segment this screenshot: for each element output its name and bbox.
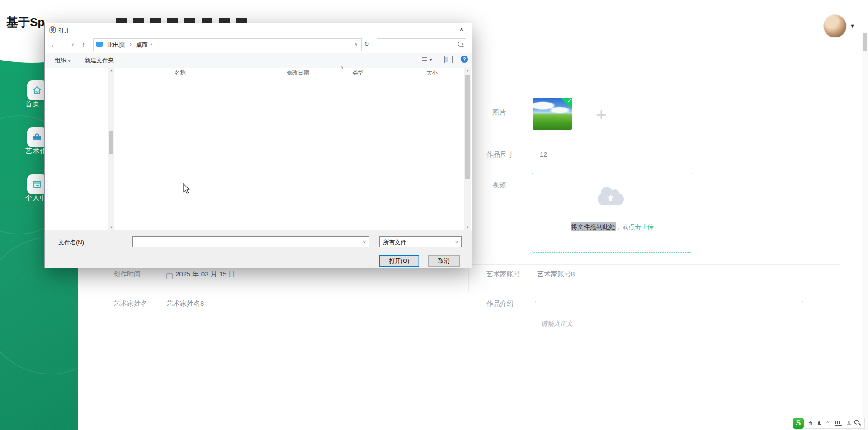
uploaded-image-thumbnail[interactable]: ✓ xyxy=(533,98,572,130)
dialog-titlebar[interactable]: 打开 × xyxy=(45,23,472,37)
new-folder-button[interactable]: 新建文件夹 xyxy=(85,56,114,65)
filetype-caret-icon: ∨ xyxy=(455,240,458,244)
screen: 基于Sp ▼ 首页 艺术作品 个人中心 xyxy=(0,0,868,430)
wrench-icon[interactable] xyxy=(856,421,861,425)
close-button[interactable]: × xyxy=(457,25,466,33)
sort-caret-icon: ∨ xyxy=(341,65,344,70)
add-image-button[interactable]: + xyxy=(590,104,612,126)
ime-punctuation-toggle[interactable]: °, xyxy=(826,420,830,427)
search-icon xyxy=(458,42,463,47)
page-title: 基于Sp xyxy=(6,14,45,30)
back-button[interactable]: ← xyxy=(51,41,57,48)
column-header-name[interactable]: 名称 xyxy=(175,69,186,77)
upload-arrow-stem xyxy=(609,197,612,201)
artist-name-label: 艺术家姓名 xyxy=(113,299,147,308)
avatar-caret-icon[interactable]: ▼ xyxy=(850,23,855,28)
chrome-icon xyxy=(49,26,56,33)
dialog-title: 打开 xyxy=(59,27,70,34)
filename-label: 文件名(N): xyxy=(58,238,86,247)
change-view-button[interactable] xyxy=(421,56,429,63)
editor-toolbar xyxy=(535,301,803,314)
filetype-value: 所有文件 xyxy=(383,238,406,247)
upload-sep-text: ，或 xyxy=(616,223,628,230)
dialog-command-bar: 组织 ▾ 新建文件夹 ▾ ? xyxy=(45,53,472,68)
video-upload-dropzone[interactable] xyxy=(532,173,693,253)
editor-placeholder[interactable]: 请输入正文 xyxy=(535,314,803,333)
dialog-footer: 文件名(N): ∨ 所有文件 ∨ 打开(O) 取消 xyxy=(45,230,472,268)
filename-input[interactable] xyxy=(132,236,369,247)
calendar-icon xyxy=(166,273,173,279)
cancel-button[interactable]: 取消 xyxy=(428,255,460,267)
intro-label: 作品介绍 xyxy=(486,299,514,308)
upload-click-link[interactable]: 点击上传 xyxy=(628,223,654,230)
person-icon[interactable] xyxy=(846,421,852,426)
column-divider xyxy=(349,68,349,76)
upload-hint: 将文件拖到此处，或点击上传 xyxy=(532,223,693,231)
address-caret-icon[interactable]: ∨ xyxy=(354,42,358,47)
folder-tree xyxy=(48,68,109,230)
occluded-title-fragment xyxy=(116,18,251,23)
artist-account-value: 艺术家账号8 xyxy=(537,270,575,279)
views-caret-icon[interactable]: ▾ xyxy=(430,58,432,62)
image-label: 图片 xyxy=(492,108,506,117)
upload-drag-text: 将文件拖到此处 xyxy=(571,222,616,231)
filename-caret-icon[interactable]: ∨ xyxy=(363,239,366,244)
search-box[interactable] xyxy=(377,38,466,50)
page-scrollbar[interactable] xyxy=(862,32,868,430)
page-scrollbar-thumb[interactable] xyxy=(863,33,867,51)
tree-scrollbar[interactable]: ∧ ∨ xyxy=(108,68,114,230)
create-time-label: 创作时间 xyxy=(113,270,141,279)
sogou-logo-icon[interactable]: S xyxy=(793,418,804,429)
row-divider xyxy=(95,292,840,292)
help-icon[interactable]: ? xyxy=(461,56,468,63)
column-header-date[interactable]: 修改日期 xyxy=(287,69,309,77)
column-divider xyxy=(283,68,283,76)
column-header-type[interactable]: 类型 xyxy=(352,69,363,77)
list-scroll-up-icon[interactable]: ∧ xyxy=(464,69,471,73)
open-button[interactable]: 打开(O) xyxy=(379,255,419,267)
tree-scrollbar-thumb[interactable] xyxy=(109,131,113,154)
refresh-button[interactable]: ↻ xyxy=(364,40,369,47)
breadcrumb-desktop[interactable]: 桌面 xyxy=(136,41,148,49)
size-label: 作品尺寸 xyxy=(486,150,514,159)
avatar[interactable] xyxy=(824,15,846,37)
column-divider xyxy=(438,68,438,76)
check-icon: ✓ xyxy=(567,98,571,104)
forward-button[interactable]: → xyxy=(61,41,68,48)
keyboard-icon[interactable] xyxy=(835,421,842,426)
dialog-navigation-bar: ← → ∨ ↑ 此电脑 › 桌面 › ∨ ↻ xyxy=(45,37,472,53)
tree-scroll-up-icon[interactable]: ∧ xyxy=(108,69,114,73)
tree-scroll-down-icon[interactable]: ∨ xyxy=(108,225,114,229)
intro-rich-text-editor[interactable]: 请输入正文 xyxy=(535,301,803,430)
artist-name-value: 艺术家姓名8 xyxy=(166,299,204,308)
desktop-mini-icon xyxy=(96,42,103,47)
breadcrumb-separator: › xyxy=(151,41,152,47)
mouse-cursor xyxy=(182,183,192,194)
search-input[interactable] xyxy=(380,40,454,49)
moon-icon[interactable] xyxy=(818,421,822,425)
list-scroll-down-icon[interactable]: ∨ xyxy=(464,225,471,229)
file-list-headers: 名称 修改日期 ∨ 类型 大小 xyxy=(116,68,464,76)
create-time-value[interactable]: 2025 年 03 月 15 日 xyxy=(175,270,236,279)
organize-button[interactable]: 组织 ▾ xyxy=(55,56,70,65)
video-label: 视频 xyxy=(492,181,506,190)
up-button[interactable]: ↑ xyxy=(82,41,85,48)
file-list-scrollbar[interactable]: ∧ ∨ xyxy=(464,68,471,230)
address-bar[interactable]: 此电脑 › 桌面 › ∨ xyxy=(93,38,362,51)
size-value: 12 xyxy=(540,150,547,158)
list-scrollbar-thumb[interactable] xyxy=(465,75,470,179)
open-file-dialog: 打开 × ← → ∨ ↑ 此电脑 › 桌面 › ∨ ↻ 组织 ▾ 新建 xyxy=(44,23,472,268)
preview-pane-button[interactable] xyxy=(444,56,453,63)
breadcrumb-separator: › xyxy=(130,41,132,47)
ime-mode-toggle[interactable]: 五 xyxy=(808,419,814,427)
column-divider xyxy=(468,264,469,292)
ime-toolbar: S 五 °, xyxy=(793,418,865,429)
artist-account-label: 艺术家账号 xyxy=(486,270,520,279)
filetype-select[interactable]: 所有文件 ∨ xyxy=(379,236,462,247)
column-header-size[interactable]: 大小 xyxy=(394,69,438,77)
history-caret-icon[interactable]: ∨ xyxy=(71,42,74,47)
breadcrumb-this-pc[interactable]: 此电脑 xyxy=(107,41,125,49)
